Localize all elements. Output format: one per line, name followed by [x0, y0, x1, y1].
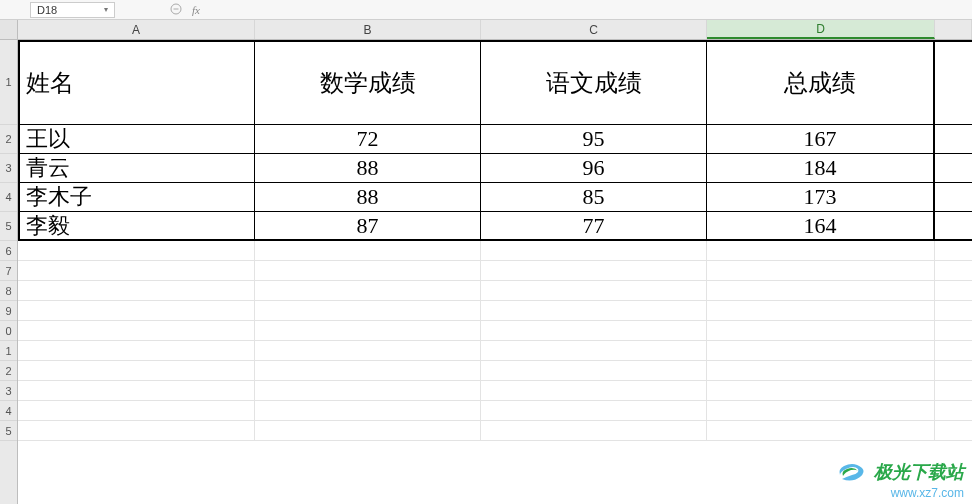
- name-cell[interactable]: 李毅: [18, 212, 255, 239]
- column-header-b[interactable]: B: [255, 20, 481, 39]
- empty-cell[interactable]: [18, 301, 255, 320]
- header-cell[interactable]: 数学成绩: [255, 42, 481, 124]
- row-header[interactable]: 2: [0, 125, 17, 154]
- empty-cell[interactable]: [18, 421, 255, 440]
- name-box-caret-icon: ▾: [104, 3, 108, 17]
- value-cell[interactable]: 184: [707, 154, 935, 182]
- empty-cell[interactable]: [481, 341, 707, 360]
- name-box[interactable]: D18 ▾: [30, 2, 115, 18]
- header-cell[interactable]: 姓名: [18, 42, 255, 124]
- row-header[interactable]: 3: [0, 154, 17, 183]
- empty-cell[interactable]: [481, 421, 707, 440]
- name-cell[interactable]: 王以: [18, 125, 255, 153]
- cell-filler: [935, 241, 972, 260]
- row-header[interactable]: 4: [0, 183, 17, 212]
- value-cell[interactable]: 95: [481, 125, 707, 153]
- empty-cell[interactable]: [707, 361, 935, 380]
- empty-cell[interactable]: [255, 361, 481, 380]
- row-header[interactable]: 3: [0, 381, 17, 401]
- column-header-filler: [935, 20, 972, 39]
- row-header[interactable]: 6: [0, 241, 17, 261]
- empty-cell[interactable]: [255, 261, 481, 280]
- cell-filler: [935, 42, 972, 124]
- spreadsheet-grid: 123456789012345 ABCD 姓名数学成绩语文成绩总成绩王以7295…: [0, 20, 972, 504]
- empty-cell[interactable]: [707, 321, 935, 340]
- empty-cell[interactable]: [707, 301, 935, 320]
- name-cell[interactable]: 李木子: [18, 183, 255, 211]
- empty-cell[interactable]: [255, 401, 481, 420]
- empty-cell[interactable]: [707, 261, 935, 280]
- empty-cell[interactable]: [18, 281, 255, 300]
- row-header[interactable]: 1: [0, 341, 17, 361]
- table-row: [18, 401, 972, 421]
- formula-bar: D18 ▾ fx: [0, 0, 972, 20]
- table-row: 李木子8885173: [18, 183, 972, 212]
- watermark-url: www.xz7.com: [836, 487, 964, 500]
- empty-cell[interactable]: [707, 421, 935, 440]
- empty-cell[interactable]: [18, 361, 255, 380]
- empty-cell[interactable]: [481, 381, 707, 400]
- empty-cell[interactable]: [255, 241, 481, 260]
- cell-area[interactable]: 姓名数学成绩语文成绩总成绩王以7295167青云8896184李木子888517…: [18, 40, 972, 504]
- empty-cell[interactable]: [707, 281, 935, 300]
- value-cell[interactable]: 85: [481, 183, 707, 211]
- value-cell[interactable]: 77: [481, 212, 707, 239]
- cell-filler: [935, 381, 972, 400]
- empty-cell[interactable]: [18, 321, 255, 340]
- empty-cell[interactable]: [481, 321, 707, 340]
- empty-cell[interactable]: [481, 401, 707, 420]
- empty-cell[interactable]: [18, 401, 255, 420]
- empty-cell[interactable]: [481, 281, 707, 300]
- select-all-corner[interactable]: [0, 20, 17, 40]
- name-cell[interactable]: 青云: [18, 154, 255, 182]
- row-header[interactable]: 9: [0, 301, 17, 321]
- table-row: [18, 261, 972, 281]
- header-cell[interactable]: 语文成绩: [481, 42, 707, 124]
- value-cell[interactable]: 72: [255, 125, 481, 153]
- column-header-d[interactable]: D: [707, 20, 935, 39]
- empty-cell[interactable]: [255, 381, 481, 400]
- value-cell[interactable]: 88: [255, 154, 481, 182]
- row-header[interactable]: 2: [0, 361, 17, 381]
- row-header[interactable]: 5: [0, 212, 17, 241]
- table-row: [18, 281, 972, 301]
- empty-cell[interactable]: [255, 341, 481, 360]
- row-header[interactable]: 0: [0, 321, 17, 341]
- cell-filler: [935, 281, 972, 300]
- fx-icon[interactable]: fx: [192, 4, 200, 16]
- empty-cell[interactable]: [255, 321, 481, 340]
- value-cell[interactable]: 173: [707, 183, 935, 211]
- row-header[interactable]: 7: [0, 261, 17, 281]
- row-header[interactable]: 5: [0, 421, 17, 441]
- row-header[interactable]: 4: [0, 401, 17, 421]
- empty-cell[interactable]: [707, 341, 935, 360]
- empty-cell[interactable]: [481, 361, 707, 380]
- empty-cell[interactable]: [707, 241, 935, 260]
- empty-cell[interactable]: [255, 301, 481, 320]
- value-cell[interactable]: 87: [255, 212, 481, 239]
- empty-cell[interactable]: [481, 261, 707, 280]
- value-cell[interactable]: 164: [707, 212, 935, 239]
- empty-cell[interactable]: [18, 381, 255, 400]
- empty-cell[interactable]: [18, 261, 255, 280]
- value-cell[interactable]: 167: [707, 125, 935, 153]
- value-cell[interactable]: 88: [255, 183, 481, 211]
- empty-cell[interactable]: [707, 401, 935, 420]
- empty-cell[interactable]: [481, 241, 707, 260]
- header-cell[interactable]: 总成绩: [707, 42, 935, 124]
- column-header-c[interactable]: C: [481, 20, 707, 39]
- column-headers: ABCD: [18, 20, 972, 40]
- cell-filler: [935, 154, 972, 182]
- column-header-a[interactable]: A: [18, 20, 255, 39]
- row-header[interactable]: 1: [0, 40, 17, 125]
- empty-cell[interactable]: [18, 341, 255, 360]
- cell-filler: [935, 301, 972, 320]
- empty-cell[interactable]: [707, 381, 935, 400]
- empty-cell[interactable]: [255, 421, 481, 440]
- empty-cell[interactable]: [481, 301, 707, 320]
- row-header[interactable]: 8: [0, 281, 17, 301]
- cancel-icon[interactable]: [170, 3, 182, 17]
- value-cell[interactable]: 96: [481, 154, 707, 182]
- empty-cell[interactable]: [255, 281, 481, 300]
- empty-cell[interactable]: [18, 241, 255, 260]
